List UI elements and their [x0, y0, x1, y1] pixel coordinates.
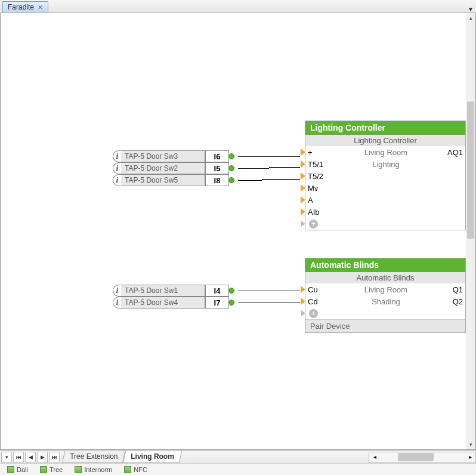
scroll-left-icon[interactable]: ◂: [369, 454, 380, 460]
module-icon: [40, 466, 47, 473]
nav-first-icon[interactable]: ⏮: [13, 452, 24, 462]
pair-device-button[interactable]: Pair Device: [305, 319, 465, 332]
output-dot-icon: [228, 300, 234, 306]
output-dot-icon: [228, 177, 234, 183]
tab-dropdown-icon[interactable]: ▼: [468, 6, 474, 13]
canvas-area: i TAP-5 Door Sw3 I6 i TAP-5 Door Sw2 I5 …: [0, 13, 476, 450]
io-tag-port: I6: [205, 150, 229, 162]
port-label: T5/2: [304, 172, 328, 181]
diagram-canvas[interactable]: i TAP-5 Door Sw3 I6 i TAP-5 Door Sw2 I5 …: [1, 13, 475, 449]
wire: [238, 303, 300, 303]
port-label: Cd: [304, 297, 328, 306]
input-port-expand-icon[interactable]: [301, 221, 305, 227]
sheet-tab-tree-extension[interactable]: Tree Extension: [62, 451, 126, 463]
block-title: Automatic Blinds: [305, 258, 465, 272]
port-label: A: [304, 196, 328, 205]
port-label: AIb: [304, 208, 328, 217]
block-subtitle: Lighting Controller: [305, 135, 465, 146]
automatic-blinds-block[interactable]: Automatic Blinds Automatic Blinds Cu Liv…: [305, 258, 466, 333]
wire: [262, 179, 300, 180]
wire: [238, 168, 269, 169]
nav-prev-icon[interactable]: ◀: [25, 452, 36, 462]
io-tag[interactable]: i TAP-5 Door Sw2 I5: [113, 162, 234, 174]
wire: [238, 180, 262, 181]
io-tag-label: TAP-5 Door Sw4: [121, 297, 205, 309]
io-tag[interactable]: i TAP-5 Door Sw1 I4: [113, 285, 234, 297]
scroll-up-icon[interactable]: ▴: [466, 13, 475, 23]
output-dot-icon: [228, 288, 234, 294]
bottom-item-dali[interactable]: Dali: [2, 465, 33, 474]
tab-faradite[interactable]: Faradite ✕: [2, 1, 48, 13]
module-icon: [124, 466, 131, 473]
info-icon[interactable]: i: [113, 285, 121, 297]
output-dot-icon: [228, 165, 234, 171]
io-tag-port: I8: [205, 174, 229, 186]
nav-next-icon[interactable]: ▶: [37, 452, 48, 462]
bottom-item-internorm[interactable]: Internorm: [70, 465, 117, 474]
port-label: Mv: [304, 184, 328, 193]
scroll-down-icon[interactable]: ▾: [466, 440, 475, 449]
tab-label: Faradite: [8, 3, 34, 11]
block-subtitle: Automatic Blinds: [305, 272, 465, 283]
port-label: Cu: [304, 285, 328, 294]
port-label: +: [304, 148, 328, 157]
io-tag-port: I7: [205, 297, 229, 309]
close-icon[interactable]: ✕: [38, 4, 43, 11]
bottom-item-tree[interactable]: Tree: [35, 465, 67, 474]
vertical-scrollbar[interactable]: ▴ ▾: [466, 13, 475, 449]
bottom-item-nfc[interactable]: NFC: [119, 465, 152, 474]
top-tab-bar: Faradite ✕ ▼: [0, 0, 476, 13]
info-icon[interactable]: i: [113, 150, 121, 162]
output-port[interactable]: AQ1: [444, 148, 465, 157]
plus-icon[interactable]: +: [309, 309, 318, 318]
module-icon: [7, 466, 14, 473]
io-tag[interactable]: i TAP-5 Door Sw4 I7: [113, 297, 234, 309]
io-tag-port: I5: [205, 162, 229, 174]
wire: [269, 167, 300, 168]
scroll-thumb[interactable]: [398, 453, 434, 461]
nav-dropdown-icon[interactable]: ▾: [1, 452, 12, 462]
io-tag[interactable]: i TAP-5 Door Sw3 I6: [113, 150, 234, 162]
info-icon[interactable]: i: [113, 174, 121, 186]
scroll-thumb[interactable]: [467, 101, 474, 239]
wire: [238, 156, 300, 157]
info-icon[interactable]: i: [113, 162, 121, 174]
nav-last-icon[interactable]: ⏭: [49, 452, 60, 462]
block-info: Shading: [328, 297, 444, 306]
lighting-controller-block[interactable]: Lighting Controller Lighting Controller …: [305, 121, 466, 230]
output-port[interactable]: Q2: [444, 297, 465, 306]
output-dot-icon: [228, 153, 234, 159]
sheet-nav-bar: ▾ ⏮ ◀ ▶ ⏭ Tree Extension Living Room ◂ ▸: [0, 450, 476, 463]
horizontal-scrollbar[interactable]: ◂ ▸: [369, 452, 476, 462]
block-info: Lighting: [328, 160, 444, 169]
block-title: Lighting Controller: [305, 121, 465, 135]
port-label: T5/1: [304, 160, 328, 169]
output-port[interactable]: Q1: [444, 285, 465, 294]
wire: [238, 291, 300, 291]
io-tag-label: TAP-5 Door Sw2: [121, 162, 205, 174]
io-tag-port: I4: [205, 285, 229, 297]
info-icon[interactable]: i: [113, 297, 121, 309]
io-tag[interactable]: i TAP-5 Door Sw5 I8: [113, 174, 234, 186]
bottom-icon-bar: Dali Tree Internorm NFC: [0, 463, 476, 475]
block-info: Living Room: [328, 148, 444, 157]
input-port-expand-icon[interactable]: [301, 310, 305, 316]
plus-icon[interactable]: +: [309, 220, 318, 229]
scroll-right-icon[interactable]: ▸: [465, 454, 475, 460]
block-info: Living Room: [328, 285, 444, 294]
io-tag-label: TAP-5 Door Sw3: [121, 150, 205, 162]
module-icon: [75, 466, 82, 473]
io-tag-label: TAP-5 Door Sw1: [121, 285, 205, 297]
sheet-tab-living-room[interactable]: Living Room: [123, 451, 182, 463]
io-tag-label: TAP-5 Door Sw5: [121, 174, 205, 186]
